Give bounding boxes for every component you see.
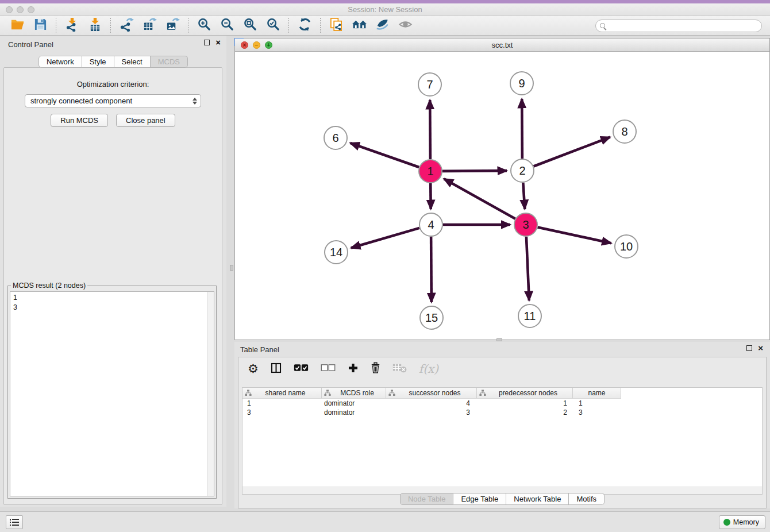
- refresh-icon: [298, 17, 312, 34]
- gear-button[interactable]: ⚙: [248, 363, 259, 375]
- network-canvas[interactable]: 7968124314101511: [235, 52, 769, 340]
- deselect-all-checkboxes-button[interactable]: [321, 363, 336, 375]
- table-cell[interactable]: 2: [477, 408, 573, 417]
- open-folder-button[interactable]: [6, 17, 29, 34]
- zoom-selected-button[interactable]: [261, 17, 284, 34]
- export-image-button[interactable]: [161, 17, 184, 34]
- graph-node-2[interactable]: 2: [511, 159, 534, 182]
- show-hide-eye-button[interactable]: [394, 17, 417, 34]
- zoom-out-button[interactable]: [215, 17, 238, 34]
- table-panel-tabs: Node TableEdge TableNetwork TableMotifs: [238, 493, 766, 505]
- home-button[interactable]: [348, 17, 371, 34]
- toggle-graphics-details-button[interactable]: [371, 17, 394, 34]
- mcds-result-text[interactable]: 13: [10, 291, 214, 496]
- graph-node-3[interactable]: 3: [514, 213, 537, 236]
- table-tab-network-table[interactable]: Network Table: [506, 493, 569, 505]
- graph-edge-3-1[interactable]: [444, 179, 515, 219]
- graph-node-14[interactable]: 14: [325, 241, 348, 264]
- column-header-shared-name[interactable]: shared name: [242, 388, 322, 399]
- export-network-button[interactable]: [115, 17, 138, 34]
- graph-node-8[interactable]: 8: [613, 120, 636, 143]
- network-frame-titlebar: × − + scc.txt: [235, 38, 769, 52]
- graph-edge-1-6[interactable]: [350, 143, 419, 167]
- table-tab-motifs[interactable]: Motifs: [569, 493, 605, 505]
- graph-edge-1-7[interactable]: [430, 100, 430, 159]
- clone-network-button[interactable]: [325, 17, 348, 34]
- tab-network[interactable]: Network: [38, 56, 82, 68]
- select-all-checkboxes-icon: [294, 363, 309, 375]
- graph-node-label: 8: [621, 125, 627, 138]
- column-header-MCDS-role[interactable]: MCDS role: [322, 388, 386, 399]
- criterion-select[interactable]: strongly connected component: [25, 94, 201, 107]
- graph-edge-3-11[interactable]: [526, 237, 529, 300]
- table-cell[interactable]: 1: [573, 399, 621, 408]
- horizontal-splitter-handle[interactable]: [496, 338, 502, 341]
- table-cell[interactable]: 4: [386, 399, 477, 408]
- table-tab-edge-table[interactable]: Edge Table: [453, 493, 506, 505]
- table-cell[interactable]: dominator: [322, 399, 386, 408]
- graph-node-15[interactable]: 15: [420, 306, 443, 329]
- gear-icon: ⚙: [248, 363, 259, 375]
- table-cell[interactable]: 3: [573, 408, 621, 417]
- tab-mcds[interactable]: MCDS: [151, 56, 188, 68]
- table-panel-float-icon[interactable]: [746, 345, 752, 351]
- graph-edge-1-2[interactable]: [442, 171, 507, 171]
- column-header-name[interactable]: name: [573, 388, 621, 399]
- control-panel-close-icon[interactable]: ×: [215, 40, 221, 45]
- graph-node-9[interactable]: 9: [510, 72, 533, 95]
- graph-edge-4-14[interactable]: [351, 228, 419, 248]
- graph-edge-4-15[interactable]: [431, 237, 432, 302]
- export-image-icon: [165, 17, 180, 34]
- select-all-checkboxes-button[interactable]: [294, 363, 309, 375]
- refresh-button[interactable]: [293, 17, 316, 34]
- graph-node-4[interactable]: 4: [419, 213, 442, 236]
- vertical-splitter-handle[interactable]: [230, 265, 233, 271]
- import-table-button[interactable]: [83, 17, 106, 34]
- graph-node-7[interactable]: 7: [418, 73, 441, 96]
- graph-edge-2-8[interactable]: [534, 137, 610, 167]
- graph-edge-2-9[interactable]: [522, 99, 522, 159]
- control-panel-float-icon[interactable]: [204, 40, 210, 45]
- graph-node-6[interactable]: 6: [324, 126, 347, 149]
- tab-select[interactable]: Select: [114, 56, 151, 68]
- task-history-button[interactable]: [6, 515, 23, 529]
- column-tree-icon: [324, 390, 331, 396]
- status-bar: Memory: [0, 511, 770, 532]
- run-mcds-button[interactable]: Run MCDS: [51, 114, 108, 127]
- close-panel-button[interactable]: Close panel: [116, 114, 175, 127]
- search-input[interactable]: [605, 21, 761, 31]
- table-cell[interactable]: 1: [242, 399, 322, 408]
- graph-node-1[interactable]: 1: [419, 160, 442, 183]
- function-builder-icon: f(x): [419, 362, 438, 376]
- save-button[interactable]: [29, 17, 52, 34]
- graph-edge-3-10[interactable]: [538, 227, 611, 243]
- import-network-button[interactable]: [60, 17, 83, 34]
- table-row[interactable]: 1dominator411: [242, 399, 762, 408]
- split-view-button[interactable]: [271, 363, 282, 376]
- table-cell[interactable]: dominator: [322, 408, 386, 417]
- search-box[interactable]: [595, 20, 762, 32]
- table-cell[interactable]: 1: [477, 399, 573, 408]
- graph-edge-2-3[interactable]: [523, 183, 525, 209]
- memory-button[interactable]: Memory: [719, 515, 765, 529]
- zoom-in-button[interactable]: [192, 17, 215, 34]
- result-scrollbar[interactable]: [207, 292, 214, 496]
- delete-table-button: [392, 363, 407, 376]
- delete-column-button[interactable]: [371, 362, 380, 376]
- export-table-button[interactable]: [138, 17, 161, 34]
- column-header-successor-nodes[interactable]: successor nodes: [386, 388, 477, 399]
- graph-node-11[interactable]: 11: [518, 304, 541, 327]
- table-row[interactable]: 3dominator323: [242, 408, 762, 417]
- show-hide-eye-icon: [398, 17, 413, 34]
- table-panel-close-icon[interactable]: ×: [758, 345, 763, 351]
- tab-style[interactable]: Style: [82, 56, 114, 68]
- add-column-button[interactable]: [348, 363, 359, 376]
- add-column-icon: [348, 363, 359, 376]
- column-header-predecessor-nodes[interactable]: predecessor nodes: [477, 388, 573, 399]
- table-cell[interactable]: 3: [386, 408, 477, 417]
- zoom-fit-button[interactable]: [238, 17, 261, 34]
- table-cell[interactable]: 3: [242, 408, 322, 417]
- table-tab-node-table[interactable]: Node Table: [400, 493, 454, 505]
- graph-node-10[interactable]: 10: [615, 235, 638, 258]
- function-builder-button: f(x): [419, 362, 438, 376]
